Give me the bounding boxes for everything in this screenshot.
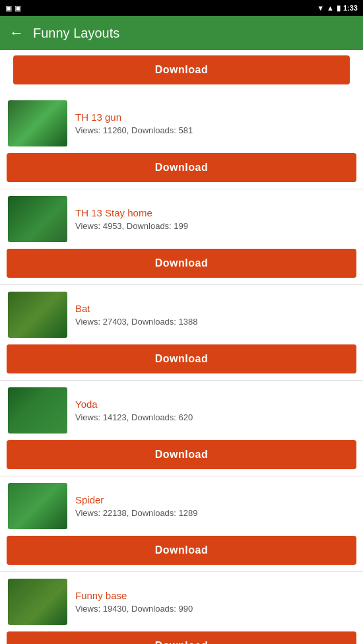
item-info-yoda: Yoda Views: 14123, Downloads: 620 <box>0 381 363 440</box>
signal-icon: ▲ <box>327 4 334 12</box>
thumbnail-spider <box>8 483 67 529</box>
item-text-spider: Spider Views: 22138, Downloads: 1289 <box>75 494 355 518</box>
layout-item-yoda: Yoda Views: 14123, Downloads: 620 Downlo… <box>0 381 363 476</box>
item-text-bat: Bat Views: 27403, Downloads: 1388 <box>75 303 355 327</box>
item-name-th13gun: TH 13 gun <box>75 112 355 123</box>
page-title: Funny Layouts <box>33 26 119 41</box>
item-stats-th13gun: Views: 11260, Downloads: 581 <box>75 125 355 135</box>
layout-item-funnybase: Funny base Views: 19430, Downloads: 990 … <box>0 572 363 644</box>
status-bar-left: ▣ ▣ <box>5 4 21 13</box>
item-text-th13stay: TH 13 Stay home Views: 4953, Downloads: … <box>75 207 355 231</box>
download-button-th13gun[interactable]: Download <box>7 153 356 182</box>
download-button-top[interactable]: Download <box>13 55 350 84</box>
app-icon-1: ▣ <box>5 4 12 13</box>
item-stats-bat: Views: 27403, Downloads: 1388 <box>75 317 355 327</box>
layout-item-th13gun: TH 13 gun Views: 11260, Downloads: 581 D… <box>0 94 363 189</box>
thumbnail-funnybase <box>8 579 67 625</box>
item-info-th13gun: TH 13 gun Views: 11260, Downloads: 581 <box>0 94 363 153</box>
download-button-th13stay[interactable]: Download <box>7 249 356 278</box>
content-area: Download TH 13 gun Views: 11260, Downloa… <box>0 50 363 644</box>
battery-icon: ▮ <box>337 4 341 13</box>
item-stats-spider: Views: 22138, Downloads: 1289 <box>75 508 355 518</box>
thumbnail-yoda <box>8 387 67 434</box>
items-list: TH 13 gun Views: 11260, Downloads: 581 D… <box>0 94 363 644</box>
item-name-th13stay: TH 13 Stay home <box>75 207 355 218</box>
status-bar-right: ▼ ▲ ▮ 1:33 <box>317 4 358 13</box>
thumbnail-bat <box>8 292 67 338</box>
wifi-icon: ▼ <box>317 4 324 12</box>
download-button-yoda[interactable]: Download <box>7 440 356 469</box>
top-bar: ← Funny Layouts <box>0 16 363 50</box>
thumbnail-th13gun <box>8 100 67 146</box>
layout-item-th13stay: TH 13 Stay home Views: 4953, Downloads: … <box>0 189 363 285</box>
item-name-funnybase: Funny base <box>75 590 355 601</box>
item-info-th13stay: TH 13 Stay home Views: 4953, Downloads: … <box>0 189 363 249</box>
item-name-spider: Spider <box>75 494 355 505</box>
app-icon-2: ▣ <box>15 4 21 13</box>
item-text-yoda: Yoda Views: 14123, Downloads: 620 <box>75 399 355 422</box>
top-download-wrapper: Download <box>0 50 363 94</box>
download-button-funnybase[interactable]: Download <box>7 631 356 644</box>
download-button-bat[interactable]: Download <box>7 344 356 373</box>
item-info-spider: Spider Views: 22138, Downloads: 1289 <box>0 476 363 536</box>
item-name-yoda: Yoda <box>75 399 355 410</box>
item-stats-funnybase: Views: 19430, Downloads: 990 <box>75 604 355 614</box>
thumbnail-th13stay <box>8 196 67 242</box>
time-display: 1:33 <box>343 4 358 12</box>
item-stats-yoda: Views: 14123, Downloads: 620 <box>75 412 355 422</box>
status-bar: ▣ ▣ ▼ ▲ ▮ 1:33 <box>0 0 363 16</box>
item-text-funnybase: Funny base Views: 19430, Downloads: 990 <box>75 590 355 614</box>
layout-item-bat: Bat Views: 27403, Downloads: 1388 Downlo… <box>0 285 363 381</box>
item-stats-th13stay: Views: 4953, Downloads: 199 <box>75 221 355 231</box>
back-button[interactable]: ← <box>9 24 24 42</box>
item-text-th13gun: TH 13 gun Views: 11260, Downloads: 581 <box>75 112 355 135</box>
item-info-bat: Bat Views: 27403, Downloads: 1388 <box>0 285 363 344</box>
download-button-spider[interactable]: Download <box>7 536 356 565</box>
item-info-funnybase: Funny base Views: 19430, Downloads: 990 <box>0 572 363 631</box>
layout-item-spider: Spider Views: 22138, Downloads: 1289 Dow… <box>0 476 363 572</box>
item-name-bat: Bat <box>75 303 355 314</box>
